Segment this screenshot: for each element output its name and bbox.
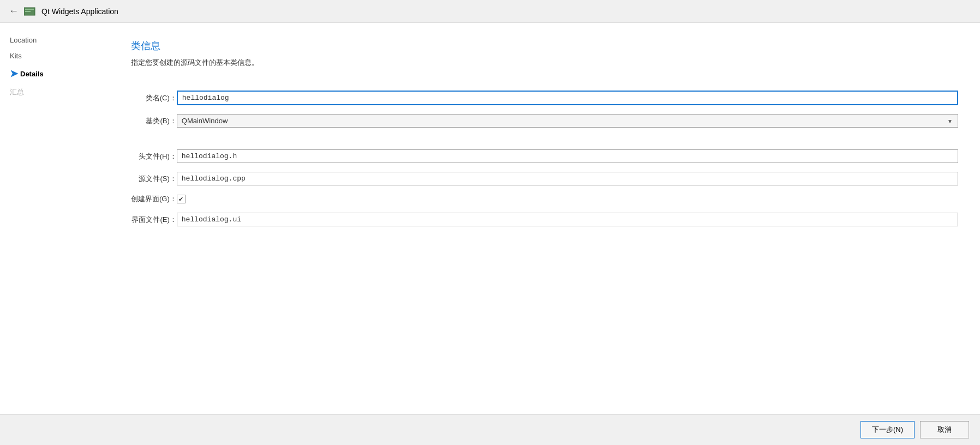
sidebar-item-details-label: Details bbox=[20, 70, 44, 78]
class-name-label: 类名(C)： bbox=[131, 88, 177, 107]
sidebar-item-summary-label: 汇总 bbox=[10, 87, 24, 97]
header-file-row: 头文件(H)： bbox=[131, 147, 958, 165]
window-title: Qt Widgets Application bbox=[41, 7, 118, 16]
header-file-label: 头文件(H)： bbox=[131, 147, 177, 165]
form-table: 类名(C)： 基类(B)： QMainWindow QDialog QWidge… bbox=[131, 84, 958, 233]
back-button[interactable]: ← bbox=[9, 5, 19, 17]
spacer-row-1 bbox=[131, 134, 958, 143]
create-ui-label: 创建界面(G)： bbox=[131, 192, 177, 206]
footer: 下一步(N) 取消 bbox=[0, 414, 980, 445]
titlebar: ← Qt Widgets Application bbox=[0, 0, 980, 23]
header-file-input[interactable] bbox=[177, 149, 958, 163]
create-ui-field bbox=[177, 192, 958, 206]
base-class-row: 基类(B)： QMainWindow QDialog QWidget bbox=[131, 112, 958, 130]
base-class-select[interactable]: QMainWindow QDialog QWidget bbox=[177, 114, 958, 128]
class-name-field bbox=[177, 88, 958, 107]
ui-file-field bbox=[177, 211, 958, 228]
class-name-input[interactable] bbox=[177, 91, 958, 105]
sidebar-item-summary: 汇总 bbox=[5, 85, 104, 99]
source-file-field bbox=[177, 170, 958, 188]
app-icon bbox=[24, 7, 36, 16]
create-ui-row: 创建界面(G)： bbox=[131, 192, 958, 206]
svg-rect-2 bbox=[25, 11, 31, 12]
source-file-label: 源文件(S)： bbox=[131, 170, 177, 188]
sidebar-item-location[interactable]: Location bbox=[5, 34, 104, 46]
sidebar-item-kits[interactable]: Kits bbox=[5, 50, 104, 62]
sidebar: Location Kits ➤ Details 汇总 bbox=[0, 23, 109, 414]
content-area: 类信息 指定您要创建的源码文件的基本类信息。 类名(C)： 基类(B)： QMa… bbox=[109, 23, 980, 414]
base-class-field: QMainWindow QDialog QWidget bbox=[177, 112, 958, 130]
ui-file-row: 界面文件(E)： bbox=[131, 211, 958, 228]
ui-file-input[interactable] bbox=[177, 213, 958, 226]
sidebar-item-details[interactable]: ➤ Details bbox=[5, 65, 104, 82]
source-file-row: 源文件(S)： bbox=[131, 170, 958, 188]
header-file-field bbox=[177, 147, 958, 165]
section-title: 类信息 bbox=[131, 39, 958, 52]
main-content: Location Kits ➤ Details 汇总 类信息 指定您要创建的源码… bbox=[0, 23, 980, 414]
base-class-select-wrapper: QMainWindow QDialog QWidget bbox=[177, 114, 958, 128]
class-name-row: 类名(C)： bbox=[131, 88, 958, 107]
create-ui-checkbox-wrapper bbox=[177, 195, 958, 203]
sidebar-item-location-label: Location bbox=[10, 36, 37, 44]
cancel-button[interactable]: 取消 bbox=[920, 421, 969, 438]
base-class-label: 基类(B)： bbox=[131, 112, 177, 130]
next-button[interactable]: 下一步(N) bbox=[861, 421, 915, 438]
sidebar-item-kits-label: Kits bbox=[10, 52, 22, 60]
ui-file-label: 界面文件(E)： bbox=[131, 211, 177, 228]
create-ui-checkbox[interactable] bbox=[177, 195, 186, 203]
source-file-input[interactable] bbox=[177, 172, 958, 185]
active-arrow-icon: ➤ bbox=[10, 68, 18, 80]
section-desc: 指定您要创建的源码文件的基本类信息。 bbox=[131, 58, 958, 68]
svg-rect-1 bbox=[25, 9, 34, 10]
